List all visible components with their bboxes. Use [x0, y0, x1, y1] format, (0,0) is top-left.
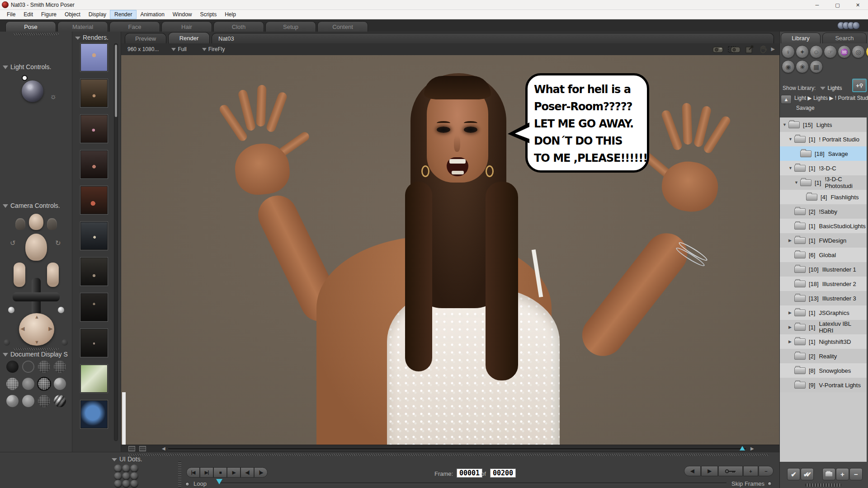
flat-shaded[interactable] [22, 378, 34, 390]
room-tab[interactable]: Setup [265, 21, 316, 32]
cameras-icon[interactable]: ◉ [782, 60, 795, 73]
remove-item-button[interactable]: − [849, 468, 863, 480]
render-thumb-7[interactable] [80, 258, 108, 286]
outline[interactable] [22, 361, 34, 373]
expand-arrow-icon[interactable]: ▶ [788, 310, 794, 315]
camera-hand-up-right-icon[interactable] [47, 263, 59, 287]
total-frames-field[interactable]: 00200 [490, 469, 516, 478]
camera-mini-sphere-dark[interactable] [61, 339, 68, 346]
texture-shaded[interactable] [54, 395, 66, 407]
collapse-triangle-icon[interactable] [112, 458, 117, 461]
collapse-triangle-icon[interactable] [3, 353, 8, 357]
renderer-dropdown[interactable]: FireFly [202, 46, 225, 52]
show-library-value[interactable]: Lights [827, 85, 842, 91]
tab-render[interactable]: Render [168, 32, 210, 43]
add-folder-button[interactable] [822, 468, 835, 480]
light-handle-dot[interactable] [22, 75, 28, 81]
tab-preview[interactable]: Preview [125, 33, 166, 43]
library-tree-item[interactable]: ▶ [1] Nightshift3D [780, 334, 867, 349]
library-tree-item[interactable]: [4] Flashlights [780, 190, 867, 204]
minimize-button[interactable]: ─ [807, 0, 827, 10]
menu-item[interactable]: Display [85, 10, 110, 19]
menu-item[interactable]: Figure [37, 10, 61, 19]
size-mode-dropdown[interactable]: Full [171, 46, 186, 52]
export-image-icon[interactable] [745, 45, 755, 53]
render-thumb-11[interactable] [80, 400, 108, 428]
camera-right-hand-icon[interactable] [47, 218, 57, 230]
loop-timeline-track[interactable] [220, 483, 726, 483]
ui-dot[interactable] [122, 465, 130, 473]
menu-item[interactable]: Render [110, 10, 136, 19]
render-thumb-1[interactable] [80, 43, 108, 71]
scrub-track[interactable] [168, 448, 746, 450]
camera-head-small-icon[interactable] [29, 214, 43, 230]
hair-icon[interactable]: ♒ [838, 45, 851, 58]
render-thumb-8[interactable] [80, 293, 108, 321]
step-forward-button[interactable]: |▶ [254, 467, 268, 478]
library-tree-item[interactable]: [2] Reality [780, 349, 867, 363]
menu-item[interactable]: Animation [136, 10, 168, 19]
menu-item[interactable]: Window [169, 10, 196, 19]
library-tree-item[interactable]: ▶ [1] Latexluv IBL HDRI [780, 320, 867, 334]
expand-arrow-icon[interactable]: ▼ [794, 180, 800, 185]
library-tree-item[interactable]: [9] V-Portrait Lights [780, 378, 867, 392]
collapse-triangle-icon[interactable] [3, 66, 8, 69]
step-back-button[interactable]: ◀| [241, 467, 254, 478]
menu-item[interactable]: Edit [19, 10, 37, 19]
render-camera-icon[interactable] [712, 45, 723, 53]
doc-mini-icon-1[interactable] [128, 446, 135, 451]
prev-keyframe-button[interactable]: ◀ [684, 466, 701, 476]
cartoon[interactable] [54, 378, 66, 390]
ui-dot[interactable] [130, 472, 138, 480]
smooth-shaded[interactable] [22, 395, 34, 407]
apply-all-check-button[interactable]: ✔✔ [801, 468, 814, 480]
stop-button[interactable]: ■ [213, 467, 227, 478]
next-keyframe-button[interactable]: ▶ [701, 466, 718, 476]
edit-keyframes-button[interactable] [718, 466, 743, 476]
library-tree-item[interactable]: ▼ [1] ! Portrait Studio [780, 132, 867, 146]
room-tab[interactable]: Material [57, 21, 108, 32]
scrub-left-icon[interactable]: ◀ [162, 446, 165, 451]
lights-icon[interactable]: ☀ [866, 45, 868, 58]
ui-dot[interactable] [130, 480, 138, 488]
ui-dot[interactable] [114, 480, 122, 488]
poses-icon[interactable]: ✦ [796, 45, 809, 58]
render-thumb-3[interactable] [80, 115, 108, 143]
light-control-trackball[interactable] [22, 80, 43, 102]
folder-up-button[interactable]: ▲ [781, 95, 792, 104]
camera-dolly-horizontal[interactable] [13, 292, 60, 301]
render-thumb-9[interactable] [80, 329, 108, 357]
lit-wireframe[interactable] [6, 378, 19, 390]
camera-left-hand-icon[interactable] [15, 218, 25, 230]
materials-icon[interactable]: ❀ [796, 60, 809, 73]
smooth-lined[interactable] [38, 395, 50, 407]
library-tree-item[interactable]: [1] BasicStudioLights [780, 219, 867, 233]
silhouette[interactable] [6, 361, 19, 373]
scenes-icon[interactable]: ▦ [810, 60, 823, 73]
rotate-left-icon[interactable]: ↺ [10, 239, 16, 247]
tab-library[interactable]: Library [781, 33, 821, 43]
tab-search[interactable]: Search [822, 33, 867, 43]
camera-mini-sphere[interactable] [58, 307, 64, 313]
collapse-triangle-icon[interactable] [3, 204, 8, 208]
menu-item[interactable]: File [3, 10, 19, 19]
library-tree-item[interactable]: ▼ [1] !3-D-C [780, 161, 867, 175]
last-frame-button[interactable]: ▶| [200, 467, 213, 478]
renders-scrollbar[interactable] [114, 43, 118, 441]
pan-hand-icon[interactable] [760, 45, 767, 53]
figures-icon[interactable]: ♀ [782, 45, 795, 58]
library-tree-item[interactable]: [6] Global [780, 248, 867, 262]
collapse-triangle-icon[interactable] [75, 37, 80, 40]
room-switch-dots-icon[interactable] [840, 22, 860, 29]
library-tree-item[interactable]: ▶ [1] JSGraphics [780, 305, 867, 320]
hidden-line[interactable] [54, 361, 66, 373]
ui-dot[interactable] [130, 465, 138, 473]
loop-playhead-marker[interactable] [216, 479, 222, 484]
wireframe[interactable] [38, 361, 50, 373]
loop-radio[interactable] [185, 482, 189, 486]
expression-icon[interactable]: ☺ [810, 45, 823, 58]
close-button[interactable]: ✕ [848, 0, 868, 10]
render-thumb-5[interactable] [80, 186, 108, 214]
render-thumb-2[interactable] [80, 79, 108, 107]
doc-mini-icon-2[interactable] [139, 446, 146, 451]
